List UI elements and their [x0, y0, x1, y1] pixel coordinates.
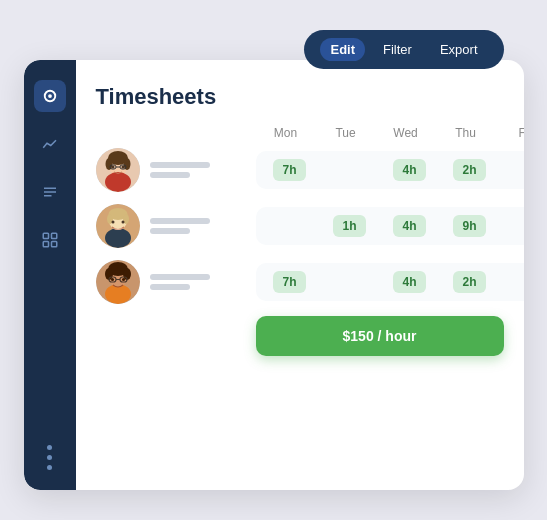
- time-badge: 2h: [453, 159, 485, 181]
- time-cell-tue-3: -: [320, 271, 380, 293]
- name-line-long: [150, 162, 210, 168]
- time-cell-tue-1: -: [320, 159, 380, 181]
- day-mon: Mon: [256, 126, 316, 140]
- table-row: 7h - 4h 2h -: [96, 148, 504, 192]
- main-content: Timesheets Mon Tue Wed Thu Fri: [76, 60, 524, 490]
- time-badge: 4h: [393, 271, 425, 293]
- employee-name-1: [150, 162, 210, 178]
- avatar-3: [96, 260, 140, 304]
- time-badge: 9h: [453, 215, 485, 237]
- time-badge: 7h: [273, 159, 305, 181]
- app-wrapper: Edit Filter Export: [24, 30, 524, 490]
- time-cell-fri-2: -: [500, 215, 524, 237]
- employee-name-2: [150, 218, 210, 234]
- time-badge: 7h: [273, 271, 305, 293]
- nav-edit[interactable]: Edit: [320, 38, 365, 61]
- time-badge: 2h: [453, 271, 485, 293]
- day-headers-row: Mon Tue Wed Thu Fri: [96, 126, 504, 140]
- nav-filter[interactable]: Filter: [373, 38, 422, 61]
- day-wed: Wed: [376, 126, 436, 140]
- time-badge: 1h: [333, 215, 365, 237]
- time-row-1: 7h - 4h 2h -: [256, 151, 524, 189]
- name-line-short: [150, 284, 190, 290]
- table-row: - 1h 4h 9h -: [96, 204, 504, 248]
- time-cell-wed-2: 4h: [380, 215, 440, 237]
- svg-point-11: [105, 172, 131, 192]
- sidebar-item-grid[interactable]: [34, 224, 66, 256]
- time-cell-wed-3: 4h: [380, 271, 440, 293]
- time-cell-thu-3: 2h: [440, 271, 500, 293]
- svg-point-40: [111, 278, 114, 281]
- employee-name-3: [150, 274, 210, 290]
- svg-rect-6: [51, 233, 56, 238]
- svg-rect-5: [43, 233, 48, 238]
- employee-info-1: [96, 148, 256, 192]
- svg-point-20: [121, 166, 124, 169]
- dot-1: [47, 445, 52, 450]
- sidebar-item-chart[interactable]: [34, 128, 66, 160]
- svg-point-27: [111, 221, 114, 224]
- day-thu: Thu: [436, 126, 496, 140]
- day-tue: Tue: [316, 126, 376, 140]
- main-card: Timesheets Mon Tue Wed Thu Fri: [24, 60, 524, 490]
- sidebar-item-list[interactable]: [34, 176, 66, 208]
- svg-point-1: [48, 94, 52, 98]
- time-cell-wed-1: 4h: [380, 159, 440, 181]
- svg-point-22: [105, 228, 131, 248]
- time-cell-mon-1: 7h: [260, 159, 320, 181]
- time-row-3: 7h - 4h 2h -: [256, 263, 524, 301]
- svg-point-41: [122, 278, 125, 281]
- day-fri: Fri: [496, 126, 524, 140]
- name-line-long: [150, 218, 210, 224]
- svg-point-28: [121, 221, 124, 224]
- svg-rect-8: [51, 242, 56, 247]
- name-line-short: [150, 228, 190, 234]
- sidebar-dots: [47, 445, 52, 470]
- employee-info-3: [96, 260, 256, 304]
- employee-info-2: [96, 204, 256, 248]
- sidebar-item-home[interactable]: [34, 80, 66, 112]
- time-badge: 4h: [393, 159, 425, 181]
- time-row-2: - 1h 4h 9h -: [256, 207, 524, 245]
- svg-point-15: [123, 158, 130, 170]
- sidebar: [24, 60, 76, 490]
- dot-2: [47, 455, 52, 460]
- table-row: 7h - 4h 2h -: [96, 260, 504, 304]
- page-title: Timesheets: [96, 84, 504, 110]
- avatar-2: [96, 204, 140, 248]
- nav-export[interactable]: Export: [430, 38, 488, 61]
- svg-point-35: [111, 265, 118, 271]
- rate-button[interactable]: $150 / hour: [256, 316, 504, 356]
- name-line-short: [150, 172, 190, 178]
- svg-point-36: [117, 265, 124, 271]
- time-cell-thu-1: 2h: [440, 159, 500, 181]
- top-navigation: Edit Filter Export: [304, 30, 503, 69]
- time-cell-mon-2: -: [260, 215, 320, 237]
- avatar-1: [96, 148, 140, 192]
- time-cell-thu-2: 9h: [440, 215, 500, 237]
- svg-point-19: [111, 166, 114, 169]
- time-cell-fri-1: -: [500, 159, 524, 181]
- time-cell-tue-2: 1h: [320, 215, 380, 237]
- dot-3: [47, 465, 52, 470]
- svg-point-14: [105, 158, 112, 170]
- time-badge: 4h: [393, 215, 425, 237]
- time-cell-fri-3: -: [500, 271, 524, 293]
- name-line-long: [150, 274, 210, 280]
- time-cell-mon-3: 7h: [260, 271, 320, 293]
- svg-rect-7: [43, 242, 48, 247]
